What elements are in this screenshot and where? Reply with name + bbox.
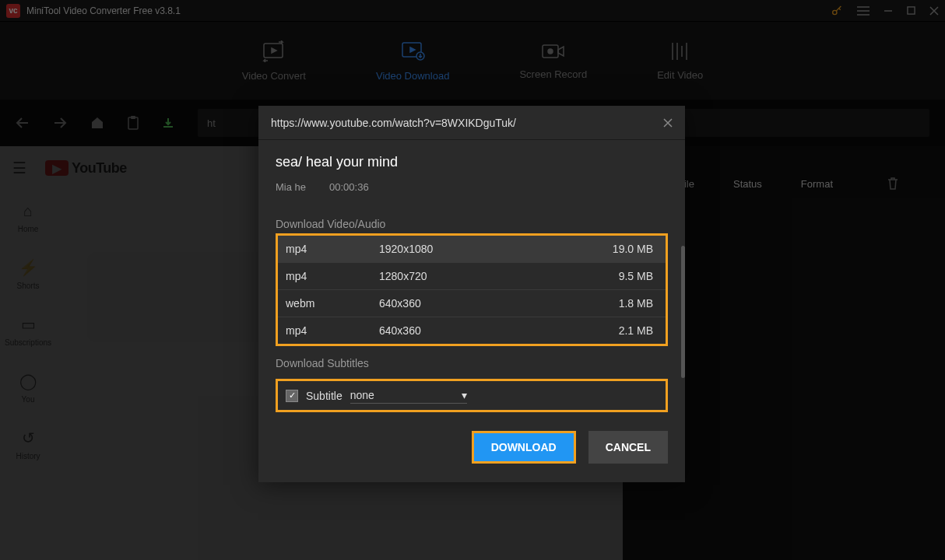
download-button[interactable]: DOWNLOAD <box>472 431 576 464</box>
download-modal: https://www.youtube.com/watch?v=8WXIKDgu… <box>258 106 685 482</box>
section-subs-label: Download Subtitles <box>276 346 668 373</box>
modal-url: https://www.youtube.com/watch?v=8WXIKDgu… <box>271 117 663 129</box>
subtitle-row: ✓ Subtitle none ▾ <box>276 379 668 412</box>
section-download-label: Download Video/Audio <box>276 207 668 233</box>
video-duration: 00:00:36 <box>329 181 369 193</box>
chevron-down-icon: ▾ <box>462 389 467 401</box>
video-title: sea/ heal your mind <box>276 154 668 170</box>
format-row[interactable]: mp4 1920x1080 19.0 MB <box>278 236 666 263</box>
format-row[interactable]: mp4 1280x720 9.5 MB <box>278 263 666 290</box>
subtitle-checkbox[interactable]: ✓ <box>286 390 298 402</box>
cancel-button[interactable]: CANCEL <box>588 431 668 464</box>
format-list: mp4 1920x1080 19.0 MB mp4 1280x720 9.5 M… <box>276 233 668 346</box>
format-row[interactable]: mp4 640x360 2.1 MB <box>278 317 666 344</box>
modal-scrollbar[interactable] <box>681 246 685 378</box>
video-author: Mia he <box>276 181 306 193</box>
format-row[interactable]: webm 640x360 1.8 MB <box>278 290 666 317</box>
modal-close-icon[interactable] <box>663 118 673 128</box>
subtitle-label: Subtitle <box>306 390 343 402</box>
subtitle-select[interactable]: none ▾ <box>350 387 467 404</box>
